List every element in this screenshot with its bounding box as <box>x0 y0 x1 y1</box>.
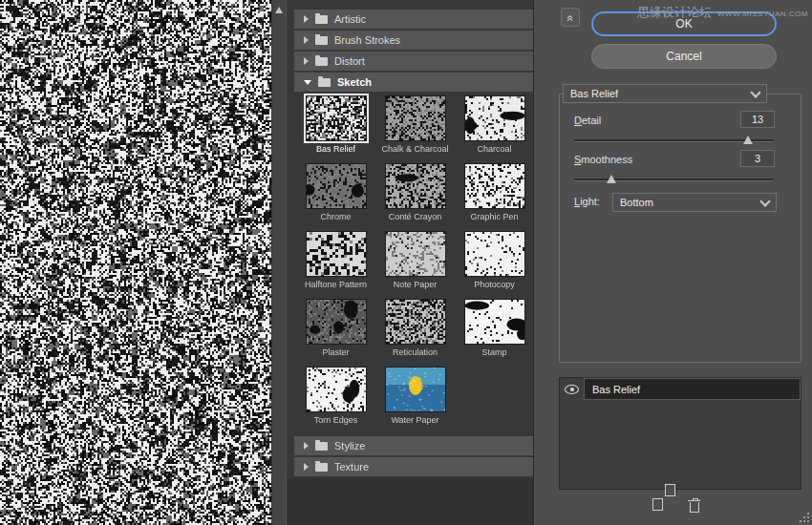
filter-category-texture[interactable]: Texture <box>294 457 533 476</box>
folder-icon <box>315 36 328 45</box>
thumbnail-preview-image <box>385 299 446 345</box>
filter-category-label: Stylize <box>334 440 365 452</box>
filter-thumb-chalk-charcoal[interactable]: Chalk & Charcoal <box>375 95 455 163</box>
filter-category-distort[interactable]: Distort <box>294 52 533 71</box>
filter-thumb-water-paper[interactable]: Water Paper <box>375 367 455 434</box>
thumbnail-preview-image <box>306 299 367 345</box>
filter-category-stylize[interactable]: Stylize <box>294 436 533 455</box>
thumbnail-label: Torn Edges <box>314 415 358 425</box>
folder-icon <box>315 463 328 472</box>
thumbnail-label: Reticulation <box>393 347 438 357</box>
filter-select-dropdown[interactable]: Bas Relief <box>563 84 767 103</box>
new-effect-layer-button[interactable] <box>664 497 680 514</box>
smoothness-label: Smoothness <box>574 154 632 165</box>
chevron-down-icon <box>759 196 770 206</box>
filter-thumb-stamp[interactable]: Stamp <box>455 299 534 367</box>
folder-icon <box>318 78 331 87</box>
eye-icon <box>565 385 579 394</box>
chevron-right-icon <box>304 442 309 450</box>
filter-thumb-photocopy[interactable]: Photocopy <box>455 231 534 299</box>
ok-button[interactable]: OK <box>591 11 777 36</box>
filter-category-brush-strokes[interactable]: Brush Strokes <box>294 31 533 50</box>
effect-layers-panel: Bas Relief <box>559 377 801 490</box>
effect-layer-row[interactable]: Bas Relief <box>560 378 801 400</box>
detail-slider-handle[interactable] <box>743 136 753 144</box>
filter-thumb-reticulation[interactable]: Reticulation <box>375 299 455 367</box>
filter-thumb-bas-relief[interactable]: Bas Relief <box>296 95 375 163</box>
filter-thumb-graphic-pen[interactable]: Graphic Pen <box>455 163 534 231</box>
chevron-right-icon <box>304 15 309 23</box>
chevron-down-icon <box>304 80 311 85</box>
smoothness-value-field[interactable]: 3 <box>740 150 775 167</box>
thumbnail-label: Plaster <box>322 347 349 357</box>
preview-scrollbar[interactable] <box>271 0 286 525</box>
smoothness-slider-track[interactable] <box>574 178 773 180</box>
column-filler <box>287 478 533 525</box>
chevrons-up-icon <box>567 9 574 26</box>
chevron-down-icon <box>750 87 760 97</box>
thumbnail-preview-image <box>306 163 367 209</box>
detail-label: Detail <box>574 115 601 126</box>
thumbnail-preview-image <box>385 231 446 277</box>
effect-layer-name: Bas Relief <box>584 378 801 400</box>
filter-thumb-note-paper[interactable]: Note Paper <box>375 231 455 299</box>
smoothness-slider-handle[interactable] <box>607 175 616 183</box>
filter-thumb-cont-crayon[interactable]: Conté Crayon <box>375 163 455 231</box>
thumbnail-preview-image <box>306 95 367 141</box>
thumbnail-preview-image <box>464 163 525 209</box>
folder-icon <box>315 15 328 24</box>
thumbnail-label: Conté Crayon <box>389 212 442 221</box>
thumbnail-preview-image <box>385 367 446 412</box>
thumbnail-preview-image <box>464 95 525 141</box>
layer-visibility-toggle[interactable] <box>560 378 584 400</box>
delete-effect-layer-button[interactable] <box>687 497 703 514</box>
thumbnail-label: Charcoal <box>477 144 511 154</box>
thumbnail-label: Chrome <box>320 212 351 221</box>
thumbnail-preview-image <box>306 231 367 277</box>
filter-preview-image[interactable] <box>0 0 271 525</box>
thumbnail-preview-image <box>385 163 446 209</box>
thumbnail-preview-image <box>385 95 446 141</box>
filter-thumb-charcoal[interactable]: Charcoal <box>455 95 534 163</box>
thumbnail-preview-image <box>464 231 525 277</box>
thumbnail-preview-image <box>306 367 367 412</box>
light-label: Light: <box>574 196 600 207</box>
parameters-group-box <box>559 94 801 363</box>
filter-category-label: Artistic <box>334 13 366 25</box>
filter-thumb-chrome[interactable]: Chrome <box>296 163 375 231</box>
filter-category-label: Distort <box>334 55 365 67</box>
sketch-thumbnail-grid: Bas ReliefChalk & CharcoalCharcoalChrome… <box>294 95 533 434</box>
scroll-up-icon[interactable] <box>275 7 283 13</box>
thumbnail-label: Halftone Pattern <box>305 280 367 289</box>
folder-icon <box>315 442 328 451</box>
filter-thumb-torn-edges[interactable]: Torn Edges <box>296 367 375 434</box>
chevron-right-icon <box>304 463 309 471</box>
detail-value-field[interactable]: 13 <box>740 111 775 128</box>
filter-settings-panel: OK Cancel 思缘设计论坛 WWW.MISSYUAN.COM Bas Re… <box>533 0 812 525</box>
thumbnail-label: Water Paper <box>391 415 438 425</box>
collapse-panel-button[interactable] <box>561 8 580 27</box>
thumbnail-label: Chalk & Charcoal <box>381 144 448 154</box>
thumbnail-label: Photocopy <box>474 280 515 289</box>
filter-select-value: Bas Relief <box>570 88 618 99</box>
folder-icon <box>315 57 328 66</box>
filter-thumb-plaster[interactable]: Plaster <box>296 299 375 367</box>
thumbnail-label: Bas Relief <box>316 144 355 154</box>
filter-category-list: Artistic Brush Strokes Distort Sketch Ba… <box>287 0 533 525</box>
filter-category-label: Brush Strokes <box>334 34 400 46</box>
window-resize-grip[interactable] <box>800 513 809 522</box>
thumbnail-preview-image <box>464 299 525 345</box>
cancel-button[interactable]: Cancel <box>591 44 777 69</box>
filter-category-label: Sketch <box>337 76 372 88</box>
chevron-right-icon <box>304 57 309 65</box>
chevron-right-icon <box>304 36 309 44</box>
light-select-value: Bottom <box>620 197 653 208</box>
filter-category-label: Texture <box>334 461 369 472</box>
thumbnail-label: Graphic Pen <box>470 212 518 221</box>
thumbnail-label: Stamp <box>481 347 506 357</box>
filter-thumb-halftone-pattern[interactable]: Halftone Pattern <box>296 231 375 299</box>
filter-preview-area[interactable] <box>0 0 271 525</box>
light-select-dropdown[interactable]: Bottom <box>612 193 777 212</box>
filter-category-artistic[interactable]: Artistic <box>294 10 533 29</box>
filter-category-sketch[interactable]: Sketch <box>294 73 533 92</box>
